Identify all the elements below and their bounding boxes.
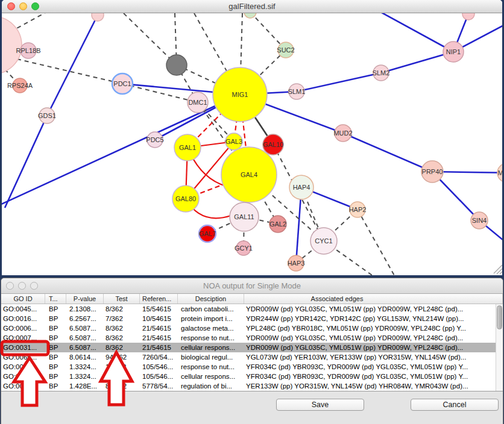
cell-ref: 21/54615 [140, 323, 178, 333]
node-label: GAL2 [269, 220, 286, 228]
cell-p: 8.0614... [66, 352, 104, 362]
cell-desc: protein import i... [178, 314, 244, 323]
cell-type: BP [45, 352, 66, 362]
vertical-scrollbar[interactable] [496, 304, 503, 391]
minimize-button-inactive[interactable] [18, 282, 26, 290]
cell-ref: 10/54615 [140, 314, 178, 323]
zoom-button[interactable] [31, 2, 39, 10]
noa-output-window: NOA output for Single Mode GO IDT...P-va… [1, 278, 503, 424]
table-row[interactable]: GO:0031...BP1.3324...11/362105/546...cel… [1, 372, 503, 381]
cell-go: GO:0006... [1, 323, 45, 333]
node-label: DMC1 [188, 99, 207, 106]
cell-type: BP [45, 381, 66, 391]
network-canvas[interactable]: RPL18BRPS24AGDS1PDC1DMC1PDC5MIG1SUC2SLM1… [2, 13, 502, 275]
cut-node-topright[interactable] [462, 13, 474, 20]
cell-go: GO:0016... [1, 314, 45, 323]
node-label: HAP4 [293, 184, 310, 191]
table-row[interactable]: GO:0045...BP2.1308...8/36215/54615carbon… [1, 304, 503, 314]
cut-node-green[interactable] [244, 13, 256, 18]
node-label: HAP2 [349, 206, 367, 213]
cell-type: BP [45, 304, 66, 314]
cell-go: GO:0050... [1, 381, 45, 391]
cell-test: 8/362 [104, 343, 140, 352]
edge-blue [297, 73, 381, 92]
big-node-cut[interactable] [2, 16, 22, 74]
window-title: NOA output for Single Mode [1, 278, 503, 293]
cell-desc: response to nut... [178, 362, 244, 372]
cell-go: GO:0031... [1, 343, 45, 352]
button-panel: Save Cancel [1, 391, 503, 424]
cell-p: 1.428E... [66, 381, 104, 391]
gray-node[interactable] [166, 55, 187, 75]
table-row[interactable]: GO:0031...BP6.5087...8/36221/54615cellul… [1, 343, 503, 352]
cell-ref: 15/54615 [140, 304, 178, 314]
table-row[interactable]: GO:0031...BP1.3324...11/362105/546...res… [1, 362, 503, 372]
edge-dash [124, 13, 177, 65]
cancel-button[interactable]: Cancel [411, 399, 499, 411]
cell-edges: YDR244W (pp) YDR142C, YDR142C (pp) YGL15… [244, 314, 503, 323]
node-label: PDC5 [146, 136, 163, 143]
node-label: GCY1 [235, 245, 253, 252]
column-header-desc[interactable]: Desciption [178, 294, 244, 304]
node-label: GAL80 [175, 195, 196, 202]
cell-type: BP [45, 362, 66, 372]
cell-edges: YPL248C (pd) YBR018C, YML051W (pp) YDR00… [244, 323, 503, 333]
node-label: RPL18B [16, 47, 41, 54]
cell-type: BP [45, 372, 66, 381]
table-row[interactable]: GO:0050...BP1.428E...80/3625778/54...reg… [1, 381, 503, 391]
cell-go: GO:0065... [1, 352, 45, 362]
cell-edges: YFR034C (pd) YBR093C, YDR009W (pd) YGL03… [244, 372, 503, 381]
close-button-inactive[interactable] [6, 282, 14, 290]
window-title: galFiltered.sif [2, 0, 502, 13]
column-header-test[interactable]: Test [104, 294, 140, 304]
node-label: CYC1 [315, 237, 332, 245]
cell-test: 8/362 [104, 333, 140, 343]
table-row[interactable]: GO:0016...BP6.2567...7/36210/54615protei… [1, 314, 503, 323]
node-label: GAL10 [263, 141, 283, 148]
network-window: galFiltered.sif RPL18BRPS24AGDS1PDC1DMC1… [2, 0, 502, 275]
network-window-titlebar[interactable]: galFiltered.sif [2, 0, 502, 13]
node-label: RPS24A [7, 82, 33, 89]
table-row[interactable]: GO:0065...BP8.0614...94/3627260/54...bio… [1, 352, 503, 362]
node-label: HAP3 [288, 260, 305, 267]
cell-p: 2.1308... [66, 304, 104, 314]
cut-node-top[interactable] [92, 13, 104, 21]
node-label: GAL11 [234, 213, 254, 220]
cell-go: GO:0007... [1, 333, 45, 343]
zoom-button-inactive[interactable] [30, 282, 38, 290]
column-header-ref[interactable]: Referen... [140, 294, 178, 304]
cell-edges: YFR034C (pd) YBR093C, YDR009W (pd) YGL03… [244, 362, 503, 372]
results-table: GO:0045...BP2.1308...8/36215/54615carbon… [1, 304, 503, 391]
save-button[interactable]: Save [276, 399, 364, 411]
node-label: SLM2 [373, 69, 390, 76]
cell-desc: regulation of bi... [178, 381, 244, 391]
node-label: SUC2 [277, 46, 294, 54]
close-button[interactable] [7, 2, 15, 10]
table-header[interactable]: GO IDT...P-valueTestReferen...Desciption… [1, 294, 503, 304]
node-label: MIG1 [232, 91, 248, 98]
desktop: { "window1": { "title": "galFiltered.sif… [0, 0, 504, 424]
table-row[interactable]: GO:0006...BP6.5087...8/36221/54615galact… [1, 323, 503, 333]
cell-edges: YER133W (pp) YOR315W, YNL145W (pd) YHR08… [244, 381, 503, 391]
column-header-p[interactable]: P-value [66, 294, 104, 304]
cell-p: 6.2567... [66, 314, 104, 323]
column-header-edges[interactable]: Associated edges [244, 294, 503, 304]
cell-test: 11/362 [104, 372, 140, 381]
cell-go: GO:0031... [1, 362, 45, 372]
column-header-type[interactable]: T... [45, 294, 66, 304]
column-header-go[interactable]: GO ID [1, 294, 45, 304]
cell-p: 6.5087... [66, 333, 104, 343]
edge-blue [381, 52, 453, 73]
noa-window-titlebar[interactable]: NOA output for Single Mode [1, 278, 503, 294]
cell-desc: biological regul... [178, 352, 244, 362]
table-row[interactable]: GO:0007...BP6.5087...8/36221/54615respon… [1, 333, 503, 343]
cell-desc: cellular respons... [178, 372, 244, 381]
cell-type: BP [45, 314, 66, 323]
cell-ref: 21/54615 [140, 343, 178, 352]
minimize-button[interactable] [19, 2, 27, 10]
network-graph[interactable]: RPL18BRPS24AGDS1PDC1DMC1PDC5MIG1SUC2SLM1… [2, 13, 502, 275]
node-label: PDC1 [113, 80, 131, 87]
scrollbar-thumb[interactable] [497, 305, 502, 329]
node-label: SIN4 [472, 217, 487, 224]
cell-type: BP [45, 323, 66, 333]
